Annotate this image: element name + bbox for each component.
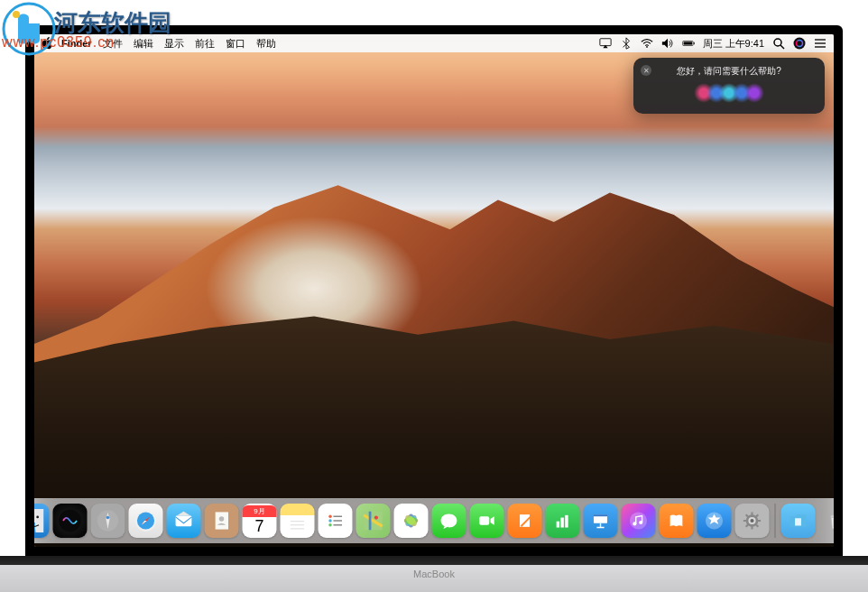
menu-window[interactable]: 窗口: [226, 37, 245, 51]
dock-trash-icon[interactable]: [819, 504, 835, 538]
dock-photos-icon[interactable]: [394, 504, 429, 538]
siri-close-button[interactable]: ✕: [641, 65, 651, 76]
svg-rect-22: [176, 516, 192, 527]
dock-safari-icon[interactable]: [129, 504, 163, 538]
svg-rect-5: [683, 42, 692, 44]
dock-notes-icon[interactable]: [281, 504, 315, 538]
dock-calendar-icon[interactable]: 9月7: [243, 504, 277, 538]
svg-point-33: [328, 523, 331, 526]
svg-point-25: [219, 516, 224, 521]
dock-finder-icon[interactable]: [34, 504, 50, 538]
macbook-bottom-bezel: MacBook: [0, 556, 868, 592]
svg-rect-46: [557, 522, 559, 528]
dock-launchpad-icon[interactable]: [91, 504, 125, 538]
notification-center-icon[interactable]: [814, 37, 826, 50]
siri-menubar-icon[interactable]: [793, 37, 806, 50]
dock-system-preferences-icon[interactable]: [735, 504, 770, 538]
dock-ibooks-icon[interactable]: [660, 504, 694, 538]
dock-reminders-icon[interactable]: [319, 504, 353, 538]
svg-point-1: [13, 11, 20, 18]
watermark-url: www.pc0359.cn: [2, 34, 115, 51]
svg-rect-2: [599, 39, 610, 46]
svg-rect-44: [479, 516, 489, 525]
svg-point-16: [36, 516, 39, 519]
svg-line-8: [780, 45, 784, 49]
dock-appstore-icon[interactable]: [697, 504, 732, 538]
siri-panel: ✕ 您好，请问需要什么帮助?: [633, 58, 825, 114]
calendar-month-label: 9月: [243, 505, 277, 517]
svg-rect-50: [594, 514, 607, 516]
menu-help[interactable]: 帮助: [256, 37, 276, 51]
dock: 9月7: [34, 498, 834, 543]
wifi-icon[interactable]: [641, 37, 653, 50]
battery-icon[interactable]: [682, 37, 695, 50]
svg-point-35: [374, 516, 378, 520]
macbook-frame: Finder 文件 编辑 显示 前往 窗口 帮助 周三 上午9:41: [0, 0, 868, 592]
dock-itunes-icon[interactable]: [622, 504, 656, 538]
dock-separator: [775, 504, 776, 538]
svg-point-29: [328, 515, 331, 518]
dock-numbers-icon[interactable]: [546, 504, 580, 538]
svg-point-3: [646, 46, 648, 48]
siri-prompt-text: 您好，请问需要什么帮助?: [677, 65, 781, 78]
spotlight-icon[interactable]: [772, 37, 785, 50]
desktop-screen[interactable]: Finder 文件 编辑 显示 前往 窗口 帮助 周三 上午9:41: [34, 34, 834, 547]
svg-point-63: [750, 519, 753, 523]
dock-messages-icon[interactable]: [432, 504, 466, 538]
svg-point-7: [774, 39, 781, 46]
calendar-day-label: 7: [254, 517, 263, 536]
dock-documents-folder-icon[interactable]: [781, 504, 816, 538]
svg-rect-6: [693, 42, 694, 45]
menu-go[interactable]: 前往: [195, 37, 215, 51]
svg-rect-64: [795, 518, 801, 525]
dock-contacts-icon[interactable]: [205, 504, 239, 538]
svg-point-31: [328, 519, 331, 522]
svg-point-9: [794, 38, 806, 50]
svg-point-19: [106, 516, 109, 519]
volume-icon[interactable]: [661, 37, 674, 50]
siri-waveform-icon: [697, 83, 761, 103]
menubar-clock[interactable]: 周三 上午9:41: [703, 37, 764, 51]
dock-pages-icon[interactable]: [508, 504, 542, 538]
svg-rect-47: [560, 518, 563, 528]
svg-rect-48: [565, 515, 568, 528]
svg-point-54: [633, 522, 636, 525]
dock-mail-icon[interactable]: [167, 504, 201, 538]
svg-point-53: [630, 512, 647, 529]
dock-facetime-icon[interactable]: [470, 504, 504, 538]
macbook-label: MacBook: [413, 569, 455, 579]
dock-keynote-icon[interactable]: [584, 504, 618, 538]
svg-point-65: [830, 515, 834, 518]
dock-maps-icon[interactable]: [356, 504, 391, 538]
svg-point-55: [639, 521, 642, 524]
airplay-icon[interactable]: [599, 37, 612, 50]
dock-siri-icon[interactable]: [53, 504, 88, 538]
bluetooth-icon[interactable]: [620, 37, 633, 50]
